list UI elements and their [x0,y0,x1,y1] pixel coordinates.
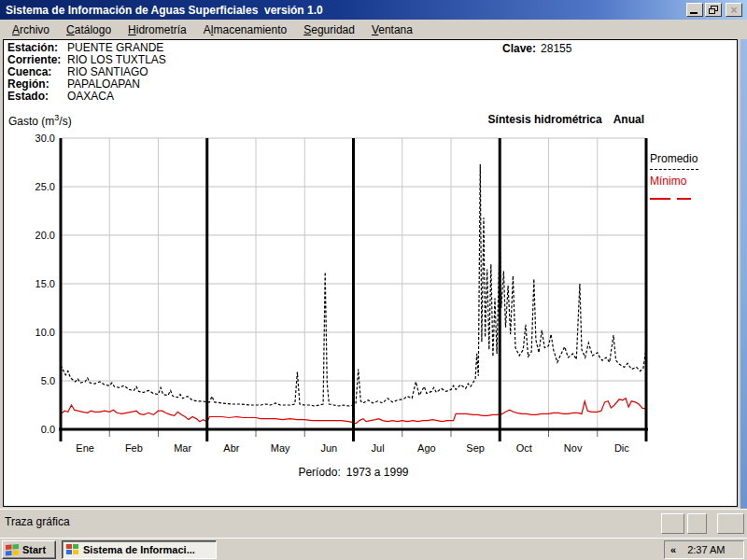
system-tray: « 2:37 AM [664,540,744,559]
y-tick-label: 30.0 [35,133,55,144]
y-tick-label: 10.0 [35,327,55,338]
period-label: Período:1973 a 1999 [61,466,646,479]
legend-line-promedio [650,169,698,170]
status-text: Traza gráfica [5,515,70,528]
start-button[interactable]: Start [2,540,56,559]
menu-item-seguridad[interactable]: Seguridad [295,21,363,38]
chart-plot: 0.05.010.015.020.025.030.0EneFebMarAbrMa… [4,40,738,507]
month-label: Mar [174,442,191,454]
taskbar-item-sistema[interactable]: Sistema de Informaci... [62,540,217,559]
legend-label-promedio: Promedio [650,152,736,165]
y-tick-label: 15.0 [35,278,55,289]
menu-item-hidrometra[interactable]: Hidrometría [120,21,195,38]
window-titlebar: Sistema de Información de Aguas Superfic… [0,0,747,20]
y-tick-label: 20.0 [35,230,55,241]
month-label: Nov [564,442,583,454]
menu-item-ventana[interactable]: Ventana [363,21,421,38]
legend-label-minimo: Mínimo [650,175,736,188]
app-icon [66,544,79,555]
y-tick-label: 25.0 [35,181,55,192]
minimize-icon [690,12,698,14]
chart-legend: Promedio Mínimo [650,152,736,204]
start-label: Start [22,544,46,555]
close-button[interactable]: × [726,3,742,17]
menu-item-almacenamiento[interactable]: Almacenamiento [195,21,295,38]
tray-expand-chevron[interactable]: « [670,544,676,555]
status-panel [687,513,707,534]
status-panels [661,513,744,534]
window-controls: × [684,3,742,17]
taskbar: Start Sistema de Informaci... « 2:37 AM [0,538,747,560]
menu-bar: ArchivoCatálogoHidrometríaAlmacenamiento… [0,20,747,39]
status-panel [717,513,744,534]
screen: Sistema de Información de Aguas Superfic… [0,0,747,560]
month-label: Ago [417,442,436,454]
month-label: Abr [223,442,239,454]
windows-logo-icon [6,544,20,556]
restore-icon [709,6,718,14]
month-label: Oct [516,442,532,454]
month-label: Jun [321,442,338,454]
status-bar: Traza gráfica [0,509,747,538]
month-label: Ene [76,442,94,454]
desktop-background-edge [740,39,747,509]
legend-line-minimo [650,191,736,204]
taskbar-item-label: Sistema de Informaci... [83,544,195,555]
month-label: Dic [614,442,629,454]
month-label: Jul [372,442,385,454]
menu-item-catlogo[interactable]: Catálogo [58,21,120,38]
close-icon: × [730,5,737,16]
taskbar-clock: 2:37 AM [687,544,725,555]
window-title: Sistema de Información de Aguas Superfic… [6,4,323,17]
status-panel [661,513,684,534]
month-label: Sep [466,442,485,454]
content-area: Estación:PUENTE GRANDE Corriente:RIO LOS… [3,39,738,507]
restore-button[interactable] [705,3,722,17]
y-tick-label: 5.0 [41,375,55,386]
menu-item-archivo[interactable]: Archivo [4,21,58,38]
minimize-button[interactable] [686,3,703,17]
y-tick-label: 0.0 [41,424,55,435]
month-label: Feb [125,442,143,454]
month-label: May [271,442,290,454]
